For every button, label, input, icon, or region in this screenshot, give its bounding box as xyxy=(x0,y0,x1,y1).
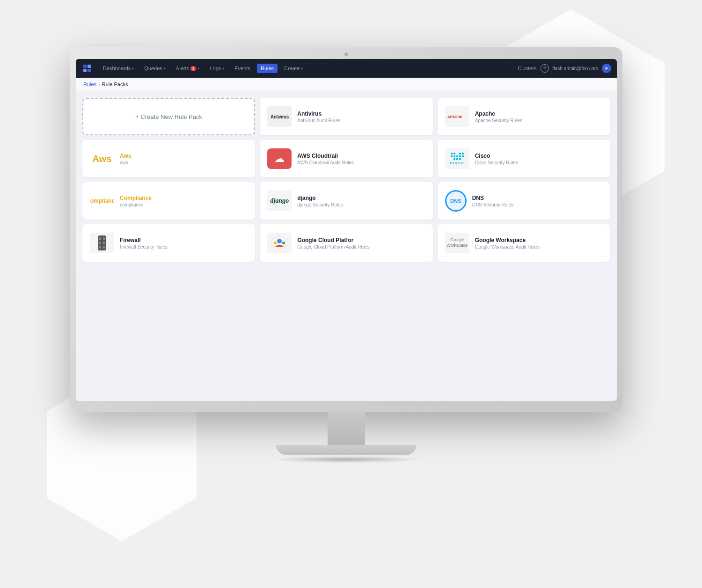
aws-info: Aws aws xyxy=(120,153,248,165)
rule-pack-apache[interactable]: APACHE Apache Apache Security Rules xyxy=(438,98,610,135)
chevron-icon: ▾ xyxy=(132,66,134,71)
svg-point-14 xyxy=(274,242,277,244)
svg-rect-2 xyxy=(83,69,87,72)
aws-logo: Aws xyxy=(90,148,114,169)
gcp-svg xyxy=(271,235,288,251)
monitor-bezel: Dashboards ▾ Queries ▾ Alerts 5 ▾ Logs ▾ xyxy=(70,47,622,412)
chevron-icon: ▾ xyxy=(197,66,199,71)
user-avatar[interactable]: F xyxy=(602,64,611,73)
svg-rect-3 xyxy=(88,69,91,72)
compliance-info: Compliance compliance xyxy=(120,195,248,207)
rule-pack-dns[interactable]: DNS DNS DNS Security Rules xyxy=(438,182,610,220)
nav-dashboards[interactable]: Dashboards ▾ xyxy=(99,64,138,73)
rule-pack-aws-cloudtrail[interactable]: ☁ AWS Cloudtrail AWS Cloudtrail Audit Ru… xyxy=(260,140,432,177)
svg-rect-10 xyxy=(99,246,101,249)
nav-rules[interactable]: Rules xyxy=(257,64,278,73)
gcp-subtitle: Google Cloud Platform Audit Rules xyxy=(297,244,425,250)
dns-logo: DNS xyxy=(445,190,467,212)
nav-right: Clusters ? flash-admin@foo.com F xyxy=(518,64,611,73)
navbar: Dashboards ▾ Queries ▾ Alerts 5 ▾ Logs ▾ xyxy=(76,59,617,78)
dns-subtitle: DNS Security Rules xyxy=(472,202,603,207)
antivirus-subtitle: Antivirus Audit Rules xyxy=(297,118,425,123)
aws-cloudtrail-subtitle: AWS Cloudtrail Audit Rules xyxy=(297,160,425,165)
gws-title: Google Workspace xyxy=(475,237,603,243)
svg-rect-11 xyxy=(103,246,105,249)
nav-queries[interactable]: Queries ▾ xyxy=(140,64,169,73)
nav-clusters[interactable]: Clusters xyxy=(518,66,536,71)
content-area: + Create New Rule Pack Antivirus Antivir… xyxy=(76,91,617,401)
monitor-stand-shadow xyxy=(271,456,421,463)
svg-rect-6 xyxy=(99,237,101,240)
compliance-title: Compliance xyxy=(120,195,248,201)
rule-pack-django[interactable]: django django django Security Rules xyxy=(260,182,432,220)
monitor-stand-neck xyxy=(328,412,365,445)
aws-subtitle: aws xyxy=(120,160,248,165)
svg-rect-8 xyxy=(99,242,101,244)
aws-cloudtrail-title: AWS Cloudtrail xyxy=(297,153,425,159)
firewall-title: Firewall xyxy=(120,237,248,243)
compliance-subtitle: compliance xyxy=(120,202,248,207)
apache-svg: APACHE xyxy=(447,110,468,124)
nav-logs[interactable]: Logs ▾ xyxy=(206,64,228,73)
rule-pack-grid: + Create New Rule Pack Antivirus Antivir… xyxy=(82,98,610,262)
cisco-dots-icon xyxy=(451,153,464,160)
rule-pack-google-workspace[interactable]: GoogleWorkspace Google Workspace Google … xyxy=(438,224,610,262)
svg-rect-9 xyxy=(103,242,105,244)
monitor: Dashboards ▾ Queries ▾ Alerts 5 ▾ Logs ▾ xyxy=(70,47,622,449)
nav-user-email: flash-admin@foo.com xyxy=(553,66,598,71)
gcp-info: Google Cloud Platfor Google Cloud Platfo… xyxy=(297,237,425,250)
breadcrumb-separator: › xyxy=(98,81,100,87)
svg-rect-1 xyxy=(88,65,91,68)
dns-info: DNS DNS Security Rules xyxy=(472,195,603,207)
firewall-svg xyxy=(96,235,108,250)
chevron-icon: ▾ xyxy=(301,66,303,71)
cisco-logo: CISCO xyxy=(445,148,469,169)
svg-text:APACHE: APACHE xyxy=(447,115,462,119)
aws-cloudtrail-logo: ☁ xyxy=(267,148,292,169)
firewall-subtitle: Firewall Security Rules xyxy=(120,244,248,250)
rule-pack-cisco[interactable]: CISCO Cisco Cisco Security Rules xyxy=(438,140,610,177)
rule-pack-antivirus[interactable]: Antivirus Antivirus Antivirus Audit Rule… xyxy=(260,98,432,135)
camera-dot xyxy=(344,52,348,56)
gws-logo: GoogleWorkspace xyxy=(445,233,469,253)
chevron-icon: ▾ xyxy=(164,66,166,71)
svg-point-15 xyxy=(282,242,285,244)
firewall-info: Firewall Firewall Security Rules xyxy=(120,237,248,250)
django-title: django xyxy=(297,195,425,201)
rule-pack-firewall[interactable]: Firewall Firewall Security Rules xyxy=(82,224,255,262)
gcp-logo xyxy=(267,233,292,253)
cisco-info: Cisco Cisco Security Rules xyxy=(475,153,603,165)
nav-create[interactable]: Create ▾ xyxy=(280,64,307,73)
apache-title: Apache xyxy=(475,110,603,117)
rule-pack-compliance[interactable]: Compliance Compliance compliance xyxy=(82,182,255,220)
cisco-title: Cisco xyxy=(475,153,603,159)
create-new-rule-pack-card[interactable]: + Create New Rule Pack xyxy=(82,98,255,135)
aws-cloudtrail-info: AWS Cloudtrail AWS Cloudtrail Audit Rule… xyxy=(297,153,425,165)
antivirus-logo: Antivirus xyxy=(267,106,292,127)
rule-pack-aws[interactable]: Aws Aws aws xyxy=(82,140,255,177)
breadcrumb: Rules › Rule Packs xyxy=(76,78,617,91)
apache-logo: APACHE xyxy=(445,106,469,127)
create-card-label: + Create New Rule Pack xyxy=(135,113,202,120)
breadcrumb-rule-packs: Rule Packs xyxy=(102,81,128,87)
nav-alerts[interactable]: Alerts 5 ▾ xyxy=(172,64,204,73)
help-icon[interactable]: ? xyxy=(541,64,549,73)
cisco-subtitle: Cisco Security Rules xyxy=(475,160,603,165)
firewall-logo xyxy=(90,233,114,253)
app-logo xyxy=(81,63,93,74)
compliance-logo: Compliance xyxy=(90,191,114,211)
gws-subtitle: Google Workspace Audit Rules xyxy=(475,244,603,250)
monitor-stand-base xyxy=(276,445,417,455)
svg-point-13 xyxy=(277,239,282,243)
antivirus-title: Antivirus xyxy=(297,110,425,117)
gws-info: Google Workspace Google Workspace Audit … xyxy=(475,237,603,250)
breadcrumb-rules[interactable]: Rules xyxy=(83,81,96,87)
svg-rect-0 xyxy=(83,65,87,68)
rule-pack-gcp[interactable]: Google Cloud Platfor Google Cloud Platfo… xyxy=(260,224,432,262)
gcp-title: Google Cloud Platfor xyxy=(297,237,425,243)
chevron-icon: ▾ xyxy=(222,66,224,71)
django-subtitle: django Security Rules xyxy=(297,202,425,207)
nav-events[interactable]: Events xyxy=(231,64,254,73)
antivirus-info: Antivirus Antivirus Audit Rules xyxy=(297,110,425,123)
django-info: django django Security Rules xyxy=(297,195,425,207)
